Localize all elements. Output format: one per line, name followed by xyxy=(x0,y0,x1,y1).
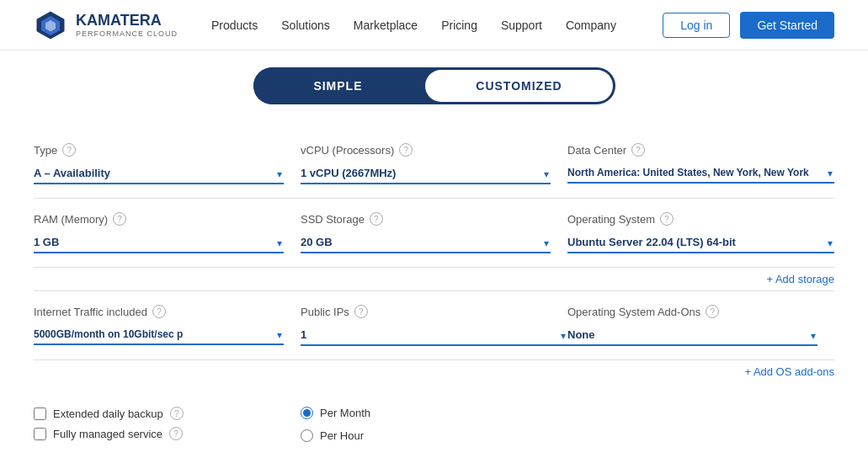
extended-backup-help-icon[interactable]: ? xyxy=(170,407,184,420)
add-storage-row: + Add storage xyxy=(34,268,834,291)
datacenter-select[interactable]: North America: United States, New York, … xyxy=(567,163,834,184)
public-ips-select[interactable]: 1 xyxy=(301,325,567,346)
internet-help-icon[interactable]: ? xyxy=(152,305,166,318)
ssd-help-icon[interactable]: ? xyxy=(370,212,383,226)
main-content: SIMPLE CUSTOMIZED Type ? A – Availabilit… xyxy=(0,51,868,458)
ssd-label: SSD Storage xyxy=(301,213,365,226)
billing-period-section: Per Month Per Hour xyxy=(301,400,567,458)
logo[interactable]: KAMATERA PERFORMANCE CLOUD xyxy=(34,8,178,42)
datacenter-section: Data Center ? North America: United Stat… xyxy=(567,130,834,199)
nav-products[interactable]: Products xyxy=(211,19,258,32)
ssd-section: SSD Storage ? 20 GB ▾ xyxy=(301,199,567,268)
ram-help-icon[interactable]: ? xyxy=(113,212,126,226)
public-ips-section: Public IPs ? 1 ▾ xyxy=(301,291,567,360)
os-help-icon[interactable]: ? xyxy=(660,212,674,226)
datacenter-help-icon[interactable]: ? xyxy=(631,143,645,157)
internet-label: Internet Traffic included xyxy=(34,306,147,318)
vcpu-section: vCPU (Processors) ? 1 vCPU (2667MHz) ▾ xyxy=(301,130,567,199)
per-month-radio-label[interactable]: Per Month xyxy=(301,407,567,419)
form-grid: Type ? A – Availability ▾ vCPU (Processo… xyxy=(34,130,834,383)
add-os-link[interactable]: + Add OS add-ons xyxy=(744,365,834,378)
view-toggle: SIMPLE CUSTOMIZED xyxy=(34,67,834,104)
get-started-button[interactable]: Get Started xyxy=(740,12,834,39)
os-addons-help-icon[interactable]: ? xyxy=(706,305,719,318)
per-hour-radio[interactable] xyxy=(301,429,313,442)
options-row: Extended daily backup ? Fully managed se… xyxy=(34,391,834,458)
managed-service-help-icon[interactable]: ? xyxy=(169,427,183,440)
extended-backup-checkbox[interactable] xyxy=(34,407,46,420)
logo-sub: PERFORMANCE CLOUD xyxy=(76,29,178,38)
vcpu-label: vCPU (Processors) xyxy=(301,144,394,157)
toggle-button-group: SIMPLE CUSTOMIZED xyxy=(253,67,615,104)
os-addons-label: Operating System Add-Ons xyxy=(567,306,700,318)
nav-pricing[interactable]: Pricing xyxy=(441,19,477,32)
main-nav: Products Solutions Marketplace Pricing S… xyxy=(211,19,616,32)
per-month-radio[interactable] xyxy=(301,407,313,419)
ram-section: RAM (Memory) ? 1 GB ▾ xyxy=(34,199,301,268)
managed-service-checkbox[interactable] xyxy=(34,428,46,440)
add-storage-link[interactable]: + Add storage xyxy=(766,273,834,285)
logo-text: KAMATERA PERFORMANCE CLOUD xyxy=(76,12,178,38)
login-button[interactable]: Log in xyxy=(663,13,730,38)
internet-select[interactable]: 5000GB/month on 10Gbit/sec p xyxy=(34,325,284,345)
extended-backup-checkbox-label[interactable]: Extended daily backup ? xyxy=(34,407,301,420)
internet-section: Internet Traffic included ? 5000GB/month… xyxy=(34,291,301,360)
ssd-select[interactable]: 20 GB xyxy=(301,232,551,253)
public-ips-help-icon[interactable]: ? xyxy=(354,305,368,318)
nav-marketplace[interactable]: Marketplace xyxy=(354,19,418,32)
checkbox-section: Extended daily backup ? Fully managed se… xyxy=(34,400,301,458)
ram-label: RAM (Memory) xyxy=(34,213,108,226)
add-os-row: + Add OS add-ons xyxy=(34,360,834,383)
per-month-text: Per Month xyxy=(320,407,370,419)
per-hour-radio-label[interactable]: Per Hour xyxy=(301,429,567,442)
vcpu-help-icon[interactable]: ? xyxy=(399,143,413,157)
nav-company[interactable]: Company xyxy=(566,19,616,32)
managed-service-text: Fully managed service xyxy=(53,428,162,440)
type-help-icon[interactable]: ? xyxy=(62,143,76,157)
nav-solutions[interactable]: Solutions xyxy=(281,19,330,32)
nav-support[interactable]: Support xyxy=(501,19,542,32)
extended-backup-text: Extended daily backup xyxy=(53,407,163,420)
public-ips-label: Public IPs xyxy=(301,306,349,318)
managed-service-checkbox-label[interactable]: Fully managed service ? xyxy=(34,427,301,440)
type-select[interactable]: A – Availability xyxy=(34,163,284,184)
logo-name: KAMATERA xyxy=(76,12,178,29)
os-label: Operating System xyxy=(567,213,655,226)
os-addons-select[interactable]: None xyxy=(567,325,817,346)
logo-icon xyxy=(34,8,67,42)
os-section: Operating System ? Ubuntu Server 22.04 (… xyxy=(567,199,834,268)
customized-toggle[interactable]: CUSTOMIZED xyxy=(425,70,612,102)
per-hour-text: Per Hour xyxy=(320,429,364,442)
header-left: KAMATERA PERFORMANCE CLOUD Products Solu… xyxy=(34,8,616,42)
header-right: Log in Get Started xyxy=(663,12,834,39)
datacenter-label: Data Center xyxy=(567,144,626,157)
vcpu-select[interactable]: 1 vCPU (2667MHz) xyxy=(301,163,551,184)
ram-select[interactable]: 1 GB xyxy=(34,232,284,253)
type-section: Type ? A – Availability ▾ xyxy=(34,130,301,199)
os-select[interactable]: Ubuntu Server 22.04 (LTS) 64-bit xyxy=(567,232,834,253)
header: KAMATERA PERFORMANCE CLOUD Products Solu… xyxy=(0,0,868,51)
os-addons-section: Operating System Add-Ons ? None ▾ xyxy=(567,291,834,360)
simple-toggle[interactable]: SIMPLE xyxy=(253,67,423,104)
options-empty-col xyxy=(567,400,834,458)
type-label: Type xyxy=(34,144,57,157)
